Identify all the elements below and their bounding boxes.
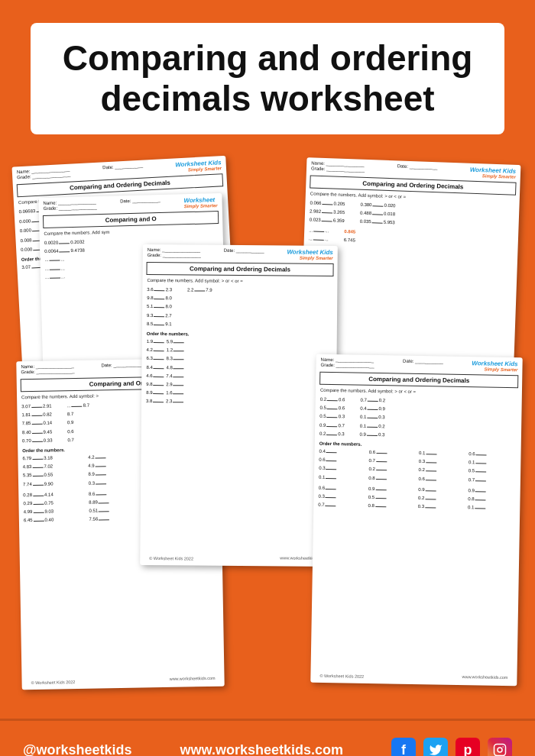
ws-footer: © Worksheet Kids 2022 www.worksheetkids.… [310, 670, 517, 683]
twitter-icon[interactable] [423, 738, 448, 756]
social-icons: f p [391, 738, 512, 756]
ws-footer: © Worksheet Kids 2022 www.worksheetkids.… [140, 553, 335, 564]
ws-title: Comparing and Ordering Decimals [146, 262, 333, 276]
svg-rect-0 [494, 745, 505, 756]
ws-header: Name: _______________ Grade: ___________… [316, 354, 522, 373]
ws-logo: Worksheet Simply Smarter [183, 196, 217, 208]
facebook-icon[interactable]: f [391, 738, 416, 756]
ws-logo: Worksheet Kids Simply Smarter [469, 166, 516, 179]
svg-point-1 [498, 748, 502, 752]
footer-url: www.worksheetkids.com [180, 742, 343, 756]
svg-point-2 [502, 746, 504, 748]
header: Comparing and ordering decimals workshee… [0, 0, 535, 153]
ws-footer: © Worksheet Kids 2022 www.worksheetkids.… [21, 674, 224, 687]
ws-title: Comparing and Ordering Decimals [319, 372, 518, 389]
footer: @worksheetkids www.worksheetkids.com f p [0, 719, 535, 756]
main-title: Comparing and ordering decimals workshee… [54, 38, 481, 119]
ws-logo: Worksheet Kids Simply Smarter [287, 248, 332, 260]
instagram-icon[interactable] [488, 738, 512, 756]
worksheet-card-4: Name: _______________ Grade: ___________… [140, 244, 338, 567]
pinterest-icon[interactable]: p [456, 738, 480, 756]
ws-header: Name: _______________ Grade: ___________… [143, 244, 338, 262]
worksheets-area: Name: _______________ Grade: ___________… [0, 153, 535, 719]
title-box: Comparing and ordering decimals workshee… [31, 23, 504, 134]
worksheet-card-6: Name: _______________ Grade: ___________… [310, 354, 522, 686]
ws-logo: Worksheet Kids Simply Smarter [175, 159, 222, 173]
footer-handle: @worksheetkids [23, 742, 132, 756]
ws-logo: Worksheet Kids Simply Smarter [472, 360, 518, 372]
